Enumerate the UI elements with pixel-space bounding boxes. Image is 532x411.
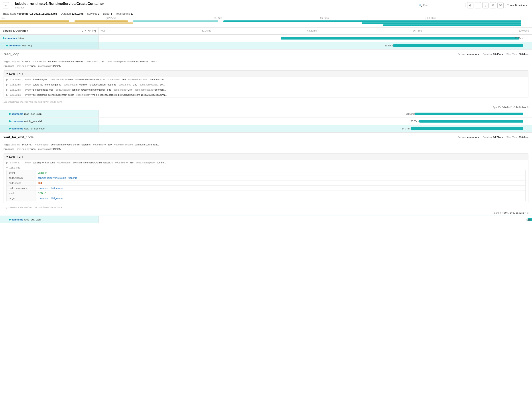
spans-and-details: conmonrs listen 70.91ms conmonrs read_lo…: [0, 35, 532, 411]
log-expand-wfe-0[interactable]: ▶: [6, 161, 8, 164]
header-controls: ⚙ ↑ ↓ ✕ ⌘ Trace Timeline ▾: [467, 2, 529, 9]
detail-service-label-rl: Service: conmonrs: [458, 53, 479, 56]
span-left-we[interactable]: conmonrs write_exit_path: [0, 216, 99, 223]
minimap: 0µs 32.25ms 64.51ms 96.76ms 129.02ms: [0, 17, 532, 28]
tags-label-rl: Tags:: [4, 60, 10, 63]
log-row-wfe-1-ts: ▾ 128.33ms: [4, 165, 528, 170]
span-right-wgc: 35.58ms: [99, 118, 532, 125]
span-duration-read-loop: 39.43ms: [385, 44, 393, 47]
elt-val-ns: conmonrs::child_reaper: [36, 186, 66, 191]
span-right-listen: 70.91ms: [99, 35, 532, 42]
trace-id: d8a3a0c: [15, 6, 415, 9]
search-box[interactable]: 🔍: [417, 3, 466, 8]
service-name-listen: conmonrs: [5, 37, 17, 39]
elt-key-event: event: [7, 170, 36, 175]
span-right-we: 303µs: [99, 216, 532, 223]
up-button[interactable]: ↑: [475, 2, 481, 9]
trace-timeline-button[interactable]: Trace Timeline ▾: [505, 3, 529, 8]
logs-header-wfe[interactable]: ▾ Logs (2): [4, 154, 528, 160]
chevron-down-icon: ⌄: [11, 4, 13, 7]
detail-meta-read-loop: Service: conmonrs Duration: 39.43ms Star…: [458, 53, 528, 56]
elt-key-lineno: code.lineno: [7, 181, 36, 186]
span-bar-rl-stdin: [415, 113, 523, 115]
process-pid-rl: process.pid=942045: [38, 65, 61, 67]
collapse-button[interactable]: ⌄: [11, 4, 13, 7]
detail-service-wfe: Service: conmonrs: [458, 136, 479, 138]
elt-level-wfe: level DEBUG: [7, 191, 525, 196]
log-row-rl-2[interactable]: ▶ 128.22ms: event=Stopping read loop cod…: [4, 87, 528, 92]
span-row-listen: conmonrs listen 70.91ms: [0, 35, 532, 42]
cmd-button[interactable]: ⌘: [497, 2, 504, 9]
back-icon: ←: [4, 4, 7, 7]
elt-filepath-wfe: code.filepath conmon-rs/server/src/child…: [7, 176, 525, 181]
close-button[interactable]: ✕: [490, 2, 496, 9]
collapse-icon[interactable]: >: [85, 29, 86, 32]
detail-header-read-loop: read_loop Service: conmonrs Duration: 39…: [0, 49, 532, 59]
log-row-rl-1[interactable]: ▶ 128.12ms: event=Wrote log line of leng…: [4, 82, 528, 87]
log-row-wfe-0[interactable]: ▶ 93.87ms: event=Waiting for exit code c…: [4, 160, 528, 165]
elt-ns-wfe: code.namespace conmonrs::child_reaper: [7, 186, 525, 191]
log-expand-rl-1[interactable]: ▶: [6, 83, 8, 86]
copy-icon-rl[interactable]: ⧉: [527, 106, 528, 108]
span-id-wfe: SpanID: 4a947cfd1ce59537 ⧉: [0, 210, 532, 215]
span-left-rl-stdin[interactable]: conmonrs read_loop_stdin: [0, 110, 99, 117]
service-name-rl-stdin: conmonrs: [11, 113, 23, 115]
logs-count-wfe: (: [17, 155, 18, 158]
op-name-wgc: watch_grandchild: [24, 120, 43, 123]
back-button[interactable]: ←: [3, 2, 9, 9]
logs-header-rl[interactable]: ▾ Logs (4): [4, 71, 528, 77]
logs-collapse-icon-rl: ▾: [6, 72, 8, 75]
tags-label-wfe: Tags:: [4, 143, 10, 146]
expand-icon[interactable]: >>: [88, 29, 91, 32]
detail-process-wfe: Process: host.name=nixos process.pid=942…: [0, 146, 532, 152]
logs-label-wfe: Logs: [9, 155, 16, 158]
detail-starttime-label-rl: Start Time: 88.84ms: [506, 53, 528, 56]
log-expand-rl-3[interactable]: ▶: [6, 94, 8, 96]
process-host-wfe: host.name=nixos: [16, 148, 36, 150]
expand-all-right-icon[interactable]: >>|: [92, 29, 96, 32]
trace-timeline-label: Trace Timeline: [507, 4, 525, 7]
op-name-rl-stdin: read_loop_stdin: [24, 113, 41, 115]
search-input[interactable]: [423, 4, 464, 7]
copy-icon-wfe[interactable]: ⧉: [527, 211, 528, 214]
elt-key-target: target: [7, 196, 36, 201]
span-right-rl-stdin: 39.69ms: [99, 110, 532, 117]
op-name-wfe: wait_for_exit_code: [24, 127, 45, 130]
log-row-rl-0[interactable]: ▶ 127.94ms: event=Read 4 bytes code.file…: [4, 77, 528, 82]
search-icon: 🔍: [419, 4, 422, 7]
span-row-write-exit: conmonrs write_exit_path 303µs: [0, 216, 532, 223]
process-label-rl: Process:: [4, 65, 14, 67]
col-controls[interactable]: ⌄ > >> >>|: [81, 29, 96, 32]
trace-duration: Duration 129.02ms: [61, 12, 84, 15]
col-service-op-label: Service & Operation: [3, 29, 28, 32]
settings-icon-button[interactable]: ⚙: [467, 2, 474, 9]
log-expand-wfe-1[interactable]: ▾: [6, 166, 8, 169]
log-time-rl-2: 128.22ms:: [10, 88, 23, 91]
span-bar-listen: [281, 37, 519, 39]
log-expand-rl-0[interactable]: ▶: [6, 78, 8, 81]
span-right-wfe: 34.77ms: [99, 125, 532, 132]
op-name-we: write_exit_path: [24, 218, 41, 221]
span-left-read-loop[interactable]: conmonrs read_loop: [0, 42, 99, 49]
op-name-listen: listen: [18, 37, 24, 39]
log-row-wfe-1-header[interactable]: ▾ 128.33ms event Exited 0 code.filepath …: [4, 165, 528, 203]
span-left-wfe[interactable]: conmonrs wait_for_exit_code: [0, 125, 99, 132]
process-pid-wfe: process.pid=942045: [38, 148, 61, 150]
tag-filepath-wfe: code.filepath=conmon-rs/server/src/child…: [35, 143, 91, 146]
log-row-rl-3[interactable]: ▶ 128.25ms: event=deregistering event so…: [4, 92, 528, 97]
span-left-listen[interactable]: conmonrs listen: [0, 35, 99, 42]
ruler-label-1: 32.25ms: [106, 17, 213, 20]
span-duration-wfe: 34.77ms: [402, 127, 410, 130]
log-expand-rl-2[interactable]: ▶: [6, 88, 8, 91]
main-content: conmonrs listen 70.91ms conmonrs read_lo…: [0, 35, 532, 411]
tag-ns-rl: code.namespace=conmonrs::terminal: [107, 60, 148, 63]
log-expanded-table-wfe: event Exited 0 code.filepath conmon-rs/s…: [6, 170, 526, 201]
span-bar-read-loop: [393, 44, 523, 47]
span-left-wgc[interactable]: conmonrs watch_grandchild: [0, 118, 99, 125]
tag-busy-ns-wfe: busy_ns=34506763: [11, 143, 33, 146]
log-time-rl-0: 127.94ms:: [10, 78, 23, 81]
expand-all-icon[interactable]: ⌄: [81, 29, 83, 32]
down-button[interactable]: ↓: [482, 2, 488, 9]
tag-filepath-rl: code.filepath=conmon-rs/server/src/termi…: [33, 60, 83, 63]
log-time-wfe-0: 93.87ms:: [10, 161, 23, 164]
